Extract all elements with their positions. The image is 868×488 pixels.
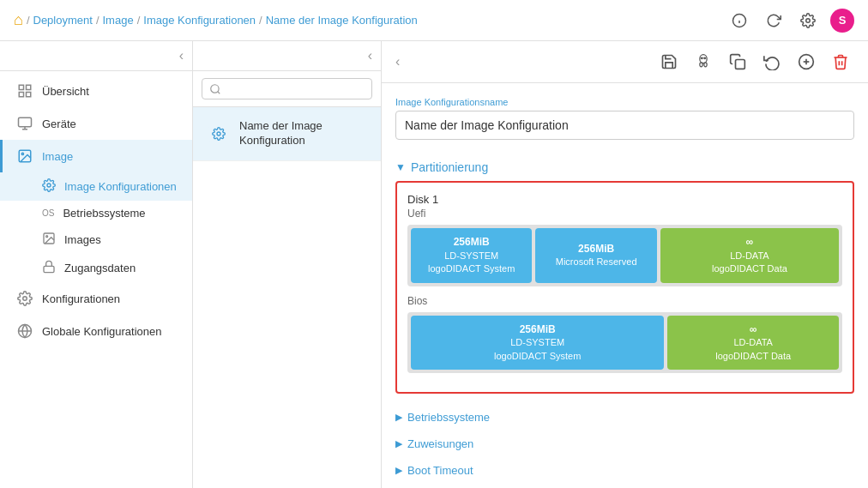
chevron-right-icon-2: ▶ <box>395 438 402 449</box>
bios-part-ld-data: ∞ LD-DATA logoDIDACT Data <box>667 316 839 371</box>
usb-lan-row: USB LAN Adapter ignorieren: Ja <box>395 484 854 488</box>
breadcrumb-deployment[interactable]: Deployment <box>33 14 93 27</box>
uefi-partitions-row: 256MiB LD-SYSTEM logoDIDACT System 256Mi… <box>407 225 842 286</box>
svg-line-19 <box>218 91 220 93</box>
chevron-right-icon-3: ▶ <box>395 465 402 476</box>
sidebar-item-globale-konfigurationen[interactable]: Globale Konfigurationen <box>0 315 192 347</box>
geraete-icon <box>16 115 33 132</box>
chevron-right-icon: ▶ <box>395 412 402 423</box>
middle-search <box>193 71 381 107</box>
svg-point-24 <box>702 57 703 59</box>
sidebar-item-image-label: Image <box>42 150 73 163</box>
sidebar-item-zugangsdaten[interactable]: Zugangsdaten <box>0 254 192 282</box>
uefi-part-ld-system: 256MiB LD-SYSTEM logoDIDACT System <box>411 228 532 283</box>
svg-point-3 <box>806 18 811 22</box>
toolbar-actions <box>655 48 854 75</box>
sidebar-item-images-label: Images <box>64 233 101 246</box>
middle-item-text: Name der Image Konfiguration <box>239 119 367 148</box>
undo-button[interactable] <box>758 48 786 75</box>
svg-rect-14 <box>44 266 54 272</box>
refresh-icon[interactable] <box>762 9 786 33</box>
uefi-part-ld-data: ∞ LD-DATA logoDIDACT Data <box>660 228 839 283</box>
section-zuweisungen[interactable]: ▶ Zuweisungen <box>395 431 854 457</box>
settings-icon[interactable] <box>796 9 820 33</box>
section-betriebssysteme[interactable]: ▶ Betriebssysteme <box>395 404 854 431</box>
section-partitionierung-label: Partitionierung <box>411 160 488 174</box>
sidebar-nav: Übersicht Geräte Image Image Konfigurati… <box>0 71 192 488</box>
section-partitionierung: ▼ Partitionierung Disk 1 Uefi 256MiB LD-… <box>395 154 854 394</box>
main-layout: ‹ Übersicht Geräte Image <box>0 41 868 488</box>
sidebar-item-uebersicht[interactable]: Übersicht <box>0 75 192 107</box>
content-back-button[interactable]: ‹ <box>395 54 400 69</box>
sidebar-item-geraete[interactable]: Geräte <box>0 107 192 140</box>
sidebar-item-image[interactable]: Image <box>0 140 192 172</box>
section-zuweisungen-label: Zuweisungen <box>407 437 473 450</box>
save-button[interactable] <box>655 48 683 75</box>
middle-panel: ‹ Name der Image Konfiguration <box>193 41 382 488</box>
sidebar-item-konfigurationen-label: Konfigurationen <box>42 292 120 305</box>
svg-rect-5 <box>27 85 31 89</box>
copy-button[interactable] <box>724 48 751 75</box>
breadcrumb-image-konfigurationen[interactable]: Image Konfigurationen <box>143 14 256 27</box>
svg-point-22 <box>700 63 702 67</box>
linux-button[interactable] <box>690 48 717 75</box>
svg-point-21 <box>700 55 707 63</box>
svg-rect-7 <box>27 93 31 97</box>
topbar-icons: S <box>727 9 854 33</box>
images-icon <box>42 232 56 248</box>
avatar[interactable]: S <box>830 9 854 33</box>
middle-item-icon <box>207 122 231 146</box>
uefi-part-microsoft-reserved: 256MiB Microsoft Reserved <box>535 228 656 283</box>
section-boot-timeout-label: Boot Timeout <box>407 464 473 477</box>
info-icon[interactable] <box>727 9 751 33</box>
svg-point-11 <box>47 184 51 187</box>
svg-point-20 <box>217 132 220 136</box>
search-icon <box>209 83 221 95</box>
chevron-down-icon: ▼ <box>395 161 406 173</box>
section-partitionierung-header[interactable]: ▼ Partitionierung <box>395 154 854 181</box>
middle-item-name-konfiguration[interactable]: Name der Image Konfiguration <box>193 107 381 161</box>
sidebar-item-image-konfigurationen-label: Image Konfigurationen <box>64 180 177 193</box>
search-box <box>202 78 372 99</box>
betriebssysteme-badge: OS <box>42 208 54 218</box>
sidebar-item-images[interactable]: Images <box>0 226 192 254</box>
disk1-label: Disk 1 <box>407 193 842 206</box>
breadcrumb-image[interactable]: Image <box>103 14 134 27</box>
sidebar-item-uebersicht-label: Übersicht <box>42 85 89 98</box>
topbar: ⌂ / Deployment / Image / Image Konfigura… <box>0 0 868 41</box>
bios-part-ld-system: 256MiB LD-SYSTEM logoDIDACT System <box>411 316 664 371</box>
search-input[interactable] <box>226 82 355 95</box>
sidebar-item-betriebssysteme-label: Betriebssysteme <box>63 207 145 220</box>
uebersicht-icon <box>16 82 33 99</box>
svg-point-23 <box>704 63 707 67</box>
partition-block: Disk 1 Uefi 256MiB LD-SYSTEM logoDIDACT … <box>395 181 854 394</box>
svg-point-15 <box>23 297 27 301</box>
svg-point-13 <box>46 236 48 238</box>
middle-items: Name der Image Konfiguration <box>193 107 381 488</box>
content-toolbar: ‹ <box>382 41 868 83</box>
bios-partitions-row: 256MiB LD-SYSTEM logoDIDACT System ∞ LD-… <box>407 312 842 374</box>
sidebar: ‹ Übersicht Geräte Image <box>0 41 193 488</box>
image-icon <box>16 148 33 165</box>
sidebar-item-geraete-label: Geräte <box>42 117 76 130</box>
home-icon[interactable]: ⌂ <box>14 11 23 29</box>
middle-back-button[interactable]: ‹ <box>368 48 372 63</box>
sidebar-item-globale-konfigurationen-label: Globale Konfigurationen <box>42 325 162 338</box>
image-konfigurationsname-input[interactable] <box>395 111 854 140</box>
section-betriebssysteme-label: Betriebssysteme <box>407 411 490 424</box>
breadcrumb-current: Name der Image Konfiguration <box>266 14 418 27</box>
field-label: Image Konfigurationsname <box>395 97 854 107</box>
middle-toolbar: ‹ <box>193 41 381 71</box>
svg-rect-4 <box>19 85 23 89</box>
content-body: Image Konfigurationsname ▼ Partitionieru… <box>382 83 868 488</box>
section-boot-timeout[interactable]: ▶ Boot Timeout <box>395 457 854 484</box>
sidebar-item-betriebssysteme[interactable]: OS Betriebssysteme <box>0 201 192 226</box>
add-button[interactable] <box>793 48 820 75</box>
sidebar-toggle: ‹ <box>0 41 192 71</box>
delete-button[interactable] <box>827 48 854 75</box>
svg-rect-8 <box>19 117 32 127</box>
sidebar-collapse-button[interactable]: ‹ <box>179 48 184 63</box>
image-konfigurationen-icon <box>42 178 56 195</box>
sidebar-item-konfigurationen[interactable]: Konfigurationen <box>0 282 192 315</box>
sidebar-item-image-konfigurationen[interactable]: Image Konfigurationen <box>0 172 192 201</box>
